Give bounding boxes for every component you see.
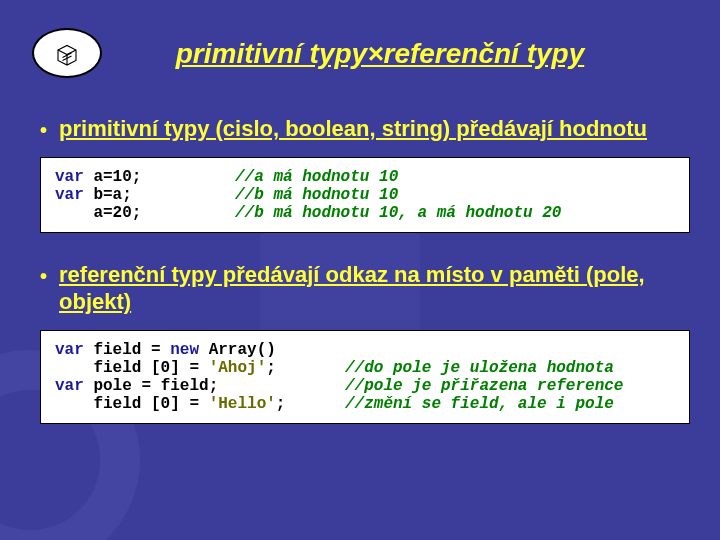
code-keyword: new <box>170 341 199 359</box>
code-text: field [0] = <box>55 359 209 377</box>
code-text: ; <box>266 359 276 377</box>
code-comment: //pole je přiřazena reference <box>345 377 623 395</box>
code-comment: //b má hodnotu 10, a má hodnotu 20 <box>235 204 561 222</box>
code-comment: //b má hodnotu 10 <box>235 186 398 204</box>
code-keyword: var <box>55 186 84 204</box>
code-line: var pole = field; //pole je přiřazena re… <box>55 377 675 395</box>
bullet-primitive-types: • primitivní typy (cislo, boolean, strin… <box>40 115 690 143</box>
code-example-1: var a=10; //a má hodnotu 10 var b=a; //b… <box>40 157 690 233</box>
code-line: a=20; //b má hodnotu 10, a má hodnotu 20 <box>55 204 675 222</box>
code-keyword: var <box>55 341 84 359</box>
bullet-dot-icon: • <box>40 119 47 142</box>
code-comment: //do pole je uložena hodnota <box>345 359 614 377</box>
code-string: 'Ahoj' <box>209 359 267 377</box>
code-string: 'Hello' <box>209 395 276 413</box>
slide-content: • primitivní typy (cislo, boolean, strin… <box>40 115 690 452</box>
bullet-reference-types: • referenční typy předávají odkaz na mís… <box>40 261 690 316</box>
code-text: a=20; <box>55 204 235 222</box>
code-text: field = <box>84 341 170 359</box>
code-text: field [0] = <box>55 395 209 413</box>
code-line: var a=10; //a má hodnotu 10 <box>55 168 675 186</box>
code-keyword: var <box>55 377 84 395</box>
code-line: field [0] = 'Hello'; //změní se field, a… <box>55 395 675 413</box>
code-text: pole = field; <box>84 377 218 395</box>
bullet-dot-icon: • <box>40 265 47 288</box>
code-line: field [0] = 'Ahoj'; //do pole je uložena… <box>55 359 675 377</box>
code-line: var field = new Array() <box>55 341 675 359</box>
bullet-text: primitivní typy (cislo, boolean, string)… <box>59 115 647 143</box>
code-text: a=10; <box>84 168 142 186</box>
bullet-text: referenční typy předávají odkaz na místo… <box>59 261 690 316</box>
code-text: ; <box>276 395 286 413</box>
code-keyword: var <box>55 168 84 186</box>
code-text: Array() <box>199 341 276 359</box>
code-comment: //změní se field, ale i pole <box>345 395 614 413</box>
code-comment: //a má hodnotu 10 <box>235 168 398 186</box>
code-line: var b=a; //b má hodnotu 10 <box>55 186 675 204</box>
code-text: b=a; <box>84 186 132 204</box>
code-example-2: var field = new Array() field [0] = 'Aho… <box>40 330 690 424</box>
slide-title: primitivní typy×referenční typy <box>0 38 720 70</box>
